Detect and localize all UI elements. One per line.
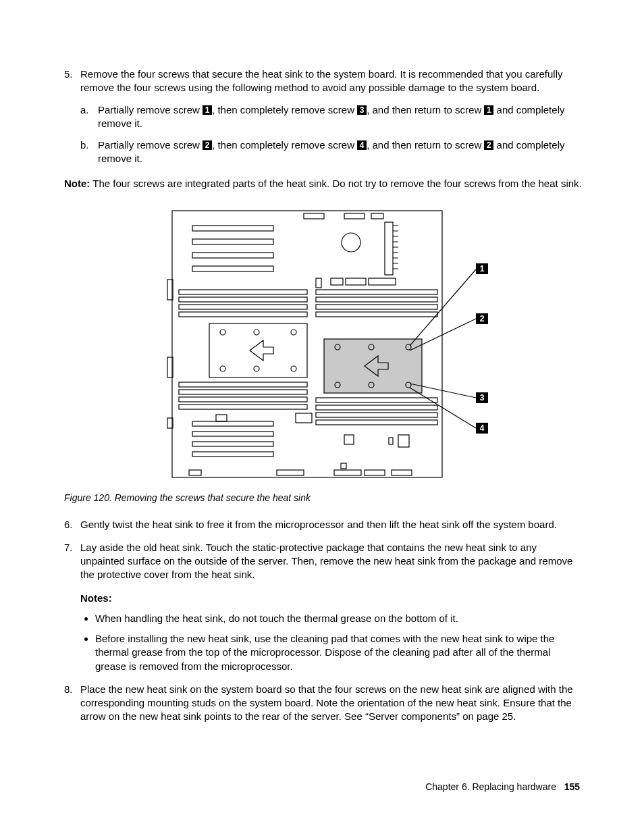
svg-rect-9 bbox=[344, 213, 365, 219]
svg-rect-68 bbox=[277, 470, 304, 475]
step-list: 5. Remove the four screws that secure th… bbox=[64, 68, 583, 724]
svg-marker-48 bbox=[250, 340, 273, 361]
svg-rect-64 bbox=[398, 435, 409, 447]
svg-rect-53 bbox=[179, 405, 307, 409]
step-text: Gently twist the heat sink to free it fr… bbox=[80, 519, 557, 530]
svg-point-40 bbox=[254, 366, 259, 371]
svg-rect-10 bbox=[371, 213, 383, 219]
step-5: 5. Remove the four screws that secure th… bbox=[64, 68, 583, 504]
note-label: Note: bbox=[64, 178, 90, 189]
svg-rect-60 bbox=[192, 442, 273, 446]
svg-rect-5 bbox=[192, 239, 273, 244]
svg-rect-56 bbox=[316, 413, 437, 417]
callout-icon: 2 bbox=[203, 140, 212, 150]
diagram-callout: 4 bbox=[479, 423, 484, 433]
svg-rect-72 bbox=[341, 463, 346, 469]
substep-a: a. Partially remove screw 1, then comple… bbox=[80, 103, 583, 131]
svg-rect-34 bbox=[209, 323, 307, 377]
svg-rect-51 bbox=[179, 390, 307, 394]
step-number: 7. bbox=[64, 541, 73, 554]
svg-point-39 bbox=[220, 366, 225, 371]
step-number: 6. bbox=[64, 518, 73, 531]
svg-rect-23 bbox=[346, 278, 366, 285]
svg-rect-25 bbox=[316, 278, 321, 288]
step-text: Place the new heat sink on the system bo… bbox=[80, 683, 573, 723]
svg-rect-67 bbox=[189, 470, 201, 475]
step-number: 8. bbox=[64, 683, 73, 696]
system-board-diagram: 1 2 3 4 bbox=[142, 205, 506, 482]
text-segment: , and then return to screw bbox=[367, 139, 484, 151]
svg-rect-22 bbox=[331, 278, 343, 285]
svg-point-11 bbox=[342, 233, 360, 252]
figure-caption: Figure 120. Removing the screws that sec… bbox=[64, 492, 583, 504]
svg-rect-27 bbox=[179, 297, 307, 302]
callout-icon: 2 bbox=[484, 140, 493, 150]
svg-rect-55 bbox=[316, 405, 437, 410]
svg-rect-12 bbox=[385, 222, 393, 275]
svg-point-37 bbox=[254, 330, 259, 335]
step-number: 5. bbox=[64, 68, 73, 81]
notes-list: When handling the heat sink, do not touc… bbox=[80, 612, 583, 673]
step-text: Remove the four screws that secure the h… bbox=[80, 68, 563, 93]
svg-rect-54 bbox=[316, 398, 437, 402]
svg-rect-59 bbox=[192, 432, 273, 436]
svg-rect-31 bbox=[316, 297, 437, 302]
step-text: Lay aside the old heat sink. Touch the s… bbox=[80, 542, 572, 581]
list-item: When handling the heat sink, do not touc… bbox=[95, 612, 583, 625]
text-segment: , and then return to screw bbox=[367, 104, 484, 115]
callout-icon: 4 bbox=[357, 140, 367, 150]
svg-point-36 bbox=[220, 330, 225, 335]
note-text: The four screws are integrated parts of … bbox=[90, 178, 581, 189]
diagram-callout: 3 bbox=[479, 393, 484, 402]
svg-rect-65 bbox=[389, 438, 393, 444]
substep-number: b. bbox=[80, 138, 89, 152]
svg-rect-7 bbox=[192, 266, 273, 271]
text-segment: , then completely remove screw bbox=[212, 104, 357, 115]
svg-rect-26 bbox=[179, 290, 307, 294]
substep-list: a. Partially remove screw 1, then comple… bbox=[80, 103, 583, 166]
step-8: 8. Place the new heat sink on the system… bbox=[64, 683, 583, 724]
svg-rect-69 bbox=[334, 470, 361, 475]
svg-rect-66 bbox=[216, 415, 227, 421]
note-block: Note: The four screws are integrated par… bbox=[64, 177, 583, 190]
svg-rect-4 bbox=[192, 226, 273, 231]
diagram-callout: 2 bbox=[479, 314, 484, 323]
svg-line-76 bbox=[410, 388, 476, 428]
text-segment: , then completely remove screw bbox=[212, 139, 357, 151]
callout-icon: 3 bbox=[357, 105, 367, 115]
svg-rect-61 bbox=[192, 452, 273, 457]
substep-number: a. bbox=[80, 103, 89, 117]
figure: 1 2 3 4 Figure 120. Removing the screws … bbox=[64, 205, 583, 504]
page-footer: Chapter 6. Replacing hardware 155 bbox=[425, 781, 580, 793]
svg-rect-30 bbox=[316, 290, 437, 294]
svg-rect-8 bbox=[304, 213, 324, 219]
text-segment: Partially remove screw bbox=[98, 104, 203, 115]
svg-point-41 bbox=[291, 366, 296, 371]
svg-rect-50 bbox=[179, 382, 307, 387]
svg-rect-52 bbox=[179, 397, 307, 402]
callout-icon: 1 bbox=[203, 105, 212, 115]
page-number: 155 bbox=[564, 781, 580, 792]
text-segment: Partially remove screw bbox=[98, 139, 203, 151]
svg-rect-32 bbox=[316, 305, 437, 309]
diagram-callout: 1 bbox=[479, 264, 484, 273]
svg-rect-24 bbox=[369, 278, 396, 285]
svg-rect-57 bbox=[316, 420, 437, 425]
svg-rect-71 bbox=[392, 470, 412, 475]
svg-rect-62 bbox=[296, 413, 312, 423]
svg-rect-58 bbox=[192, 421, 273, 426]
svg-rect-35 bbox=[324, 339, 422, 393]
svg-rect-6 bbox=[192, 253, 273, 258]
list-item: Before installing the new heat sink, use… bbox=[95, 632, 583, 673]
step-6: 6. Gently twist the heat sink to free it… bbox=[64, 518, 583, 531]
svg-rect-33 bbox=[316, 312, 437, 317]
chapter-label: Chapter 6. Replacing hardware bbox=[425, 781, 556, 792]
svg-rect-63 bbox=[344, 435, 354, 444]
callout-icon: 1 bbox=[484, 105, 493, 115]
svg-rect-70 bbox=[365, 470, 385, 475]
svg-rect-28 bbox=[179, 305, 307, 309]
svg-point-38 bbox=[291, 330, 296, 335]
substep-b: b. Partially remove screw 2, then comple… bbox=[80, 138, 583, 166]
notes-heading: Notes: bbox=[80, 592, 583, 605]
step-7: 7. Lay aside the old heat sink. Touch th… bbox=[64, 541, 583, 673]
